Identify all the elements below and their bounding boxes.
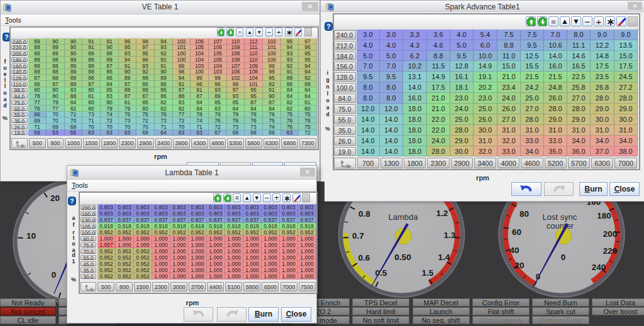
svg-text:1.2: 1.2 [436,209,448,218]
svg-text:?: ? [4,33,8,41]
svg-text:0.6: 0.6 [358,253,370,263]
svg-text:0.7: 0.7 [352,231,364,241]
svg-text:200: 200 [603,229,618,239]
svg-text:60: 60 [512,227,521,237]
svg-text:0.50: 0.50 [394,253,411,262]
svg-text:220: 220 [603,246,618,256]
svg-text:0: 0 [561,253,566,262]
svg-text:?: ? [70,197,74,205]
svg-text:Lambda: Lambda [389,212,419,222]
svg-text:20: 20 [50,193,60,203]
svg-text:20: 20 [514,261,524,270]
svg-text:0: 0 [52,270,57,280]
svg-text:0.8: 0.8 [358,209,370,219]
svg-text:1.5: 1.5 [422,268,434,278]
svg-text:180: 180 [597,211,611,220]
svg-text:?: ? [326,23,330,30]
svg-text:40: 40 [509,246,519,255]
svg-text:240: 240 [592,263,606,272]
svg-text:80: 80 [519,209,529,219]
svg-text:0: 0 [536,272,541,281]
svg-text:1.4: 1.4 [438,253,450,262]
svg-text:1.3: 1.3 [444,231,456,240]
svg-text:10: 10 [26,231,36,241]
